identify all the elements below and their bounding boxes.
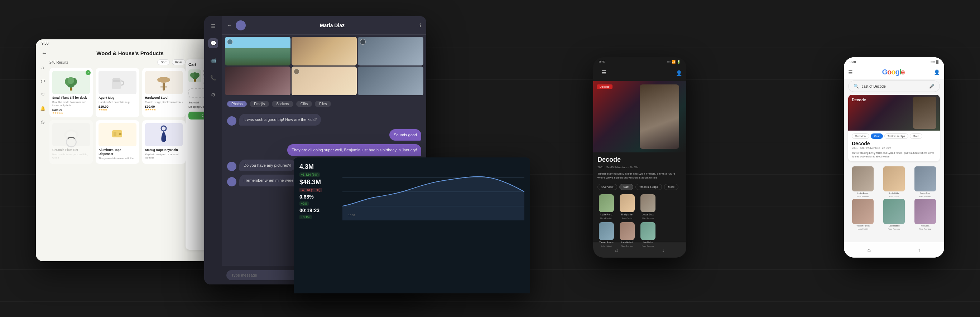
product-card-keychain[interactable]: Smaug Rope Keychain Keychain designed to…	[142, 120, 186, 164]
photos-chip[interactable]: Photos	[227, 101, 247, 107]
product-card-tape[interactable]: Aluminum Tape Dispenser The greatest dis…	[95, 120, 139, 164]
product-desc-plant: Beautiful made from wood and fits up to …	[52, 101, 90, 107]
google-header: ☰ Google 👤	[844, 67, 944, 79]
photo-thumb-2[interactable]	[291, 37, 357, 65]
photo-thumb-3[interactable]	[358, 37, 423, 65]
tab-cast[interactable]: Cast	[619, 184, 633, 190]
google-cast-3[interactable]: Jesus Diaz Miko Ramirez	[910, 166, 940, 198]
google-battery: ▓	[936, 60, 939, 64]
google-cast-4[interactable]: Yassef Farrus Luke Hobbit	[848, 199, 878, 230]
svg-point-8	[157, 77, 170, 82]
sender-avatar	[227, 116, 236, 125]
sender-avatar-2	[227, 162, 236, 171]
streaming-badge: Decode	[597, 84, 612, 89]
analytics-timestamp: 10:51	[348, 214, 355, 217]
product-name-tape: Aluminum Tape Dispenser	[99, 148, 136, 156]
google-cast-2[interactable]: Emily Miller Adria Sorter	[879, 166, 909, 198]
cart-item-image	[188, 70, 201, 82]
tab-trailers[interactable]: Trailers & clips	[635, 184, 662, 190]
home-sidebar-icon[interactable]: ⌂	[39, 64, 46, 71]
google-cast-role-4: Luke Hobbit	[858, 228, 868, 230]
products-grid: ✓ Small Plant Sill for desk Beautiful ma…	[49, 68, 186, 164]
msg-back-button[interactable]: ←	[227, 22, 232, 28]
google-cast-1[interactable]: Lydia Franz Nora Ramirez	[848, 166, 878, 198]
streaming-menu-icon[interactable]: ☰	[597, 68, 611, 78]
photo-img-1	[225, 37, 291, 65]
sort-button[interactable]: Sort	[157, 59, 170, 65]
google-cast-role-3: Miko Ramirez	[919, 195, 931, 198]
product-card-stool[interactable]: Hardwood Stool Classic design, timeless …	[142, 68, 186, 117]
signal-bars: ▪▪▪	[667, 60, 671, 64]
home-nav-icon[interactable]: ⌂	[615, 247, 619, 253]
heart-sidebar-icon[interactable]: ♡	[39, 91, 46, 99]
google-profile-icon[interactable]: 👤	[934, 70, 940, 75]
streaming-phone: 9:30 ▪▪▪ 📶 🔋 ☰ 👤 Decode Decode 2031 · Sc…	[593, 57, 686, 258]
phone-icon[interactable]: 📞	[208, 73, 218, 82]
tab-more[interactable]: More	[664, 184, 678, 190]
contact-avatar	[236, 21, 246, 30]
movie-tab-overview[interactable]: Overview	[852, 133, 869, 139]
google-cast-name-1: Lydia Franz	[858, 192, 869, 195]
google-home-nav[interactable]: ⌂	[867, 247, 871, 253]
stat-4-value: 00:19:23	[299, 208, 335, 213]
streaming-title: Decode	[593, 152, 686, 165]
tag-sidebar-icon[interactable]: 🏷	[39, 77, 46, 85]
bell-sidebar-icon[interactable]: 🔔	[39, 105, 46, 113]
product-desc-tape: The greatest dispenser with the	[99, 157, 136, 160]
message-3: They are all doing super well, Benjamin …	[227, 144, 421, 156]
chat-icon[interactable]: 💬	[208, 38, 218, 48]
files-chip[interactable]: Files	[315, 101, 331, 107]
product-card-mug[interactable]: Agent Mug Hand-crafted porcelain mug £19…	[95, 68, 139, 117]
photo-thumb-1[interactable]	[225, 37, 291, 65]
movie-tab-cast[interactable]: Cast	[871, 133, 883, 139]
google-movie-meta: 2031 · Sci-Fi/Adventure · 2h 35m	[852, 146, 936, 149]
loading-spinner	[49, 120, 93, 164]
settings-icon[interactable]: ⚙	[208, 90, 218, 100]
stat-3-change: +2%	[299, 201, 309, 206]
shopping-sidebar: ⌂ 🏷 ♡ 🔔 ◎	[36, 59, 49, 253]
google-cast-name-4: Yassef Farrus	[856, 225, 870, 227]
photo-thumb-4[interactable]	[225, 67, 291, 95]
filter-button[interactable]: Filter	[172, 59, 186, 65]
google-search-input[interactable]	[862, 84, 926, 89]
emojis-chip[interactable]: Emojis	[250, 101, 269, 107]
google-cast-grid: Lydia Franz Nora Ramirez Emily Miller Ad…	[844, 164, 944, 232]
product-desc-keychain: Keychain designed to be used together	[145, 153, 183, 159]
product-name-stool: Hardwood Stool	[145, 96, 183, 100]
mic-icon[interactable]: 🎤	[929, 84, 934, 89]
hamburger-icon[interactable]: ☰	[208, 21, 218, 31]
product-card-plate[interactable]: Ceramic Plate Set Hand made in our perso…	[49, 120, 93, 164]
svg-point-7	[112, 78, 121, 80]
movie-tab-more[interactable]: More	[910, 133, 922, 139]
download-nav-icon[interactable]: ↓	[662, 247, 665, 253]
product-card-plant[interactable]: ✓ Small Plant Sill for desk Beautiful ma…	[49, 68, 93, 117]
photo-thumb-6[interactable]	[358, 67, 423, 95]
cast-item-1[interactable]: Lydia Franz Nora Ramirez	[597, 194, 616, 219]
photo-check-5	[294, 69, 299, 74]
wifi-icon: 📶	[671, 60, 676, 64]
rss-sidebar-icon[interactable]: ◎	[39, 118, 46, 126]
gifts-chip[interactable]: Gifts	[296, 101, 312, 107]
movie-tabs: Overview Cast Trailers & clips More	[852, 133, 936, 139]
google-cast-role-5: Nora Ramirez	[888, 228, 900, 230]
tab-overview[interactable]: Overview	[597, 184, 617, 190]
google-cast-5[interactable]: Late Hobbit Nora Ramirez	[879, 199, 909, 230]
movie-tab-trailers[interactable]: Trailers & clips	[885, 133, 908, 139]
cast-item-3[interactable]: Jesus Diaz Miko Ramirez	[639, 194, 657, 219]
google-cast-6[interactable]: Me Nella Nora Ramirez	[910, 199, 940, 230]
video-call-icon[interactable]: 📹	[208, 55, 218, 65]
photo-thumb-5[interactable]	[291, 67, 357, 95]
google-share-nav[interactable]: ↑	[918, 247, 921, 253]
info-button[interactable]: ℹ	[420, 22, 421, 28]
product-image-plant	[52, 71, 90, 94]
movie-hero-title: Decode	[852, 98, 866, 102]
google-bottom-nav: ⌂ ↑	[844, 242, 944, 258]
google-time: 9:30	[850, 60, 856, 64]
google-cast-avatar-2	[883, 166, 905, 192]
streaming-profile-icon[interactable]: 👤	[676, 70, 682, 76]
cast-item-2[interactable]: Emily Miller Adria Sorter	[618, 194, 636, 219]
back-button[interactable]: ←	[41, 50, 47, 57]
stickers-chip[interactable]: Stickers	[272, 101, 293, 107]
google-menu-icon[interactable]: ☰	[848, 70, 853, 75]
streaming-status-bar: 9:30 ▪▪▪ 📶 🔋	[593, 57, 686, 67]
